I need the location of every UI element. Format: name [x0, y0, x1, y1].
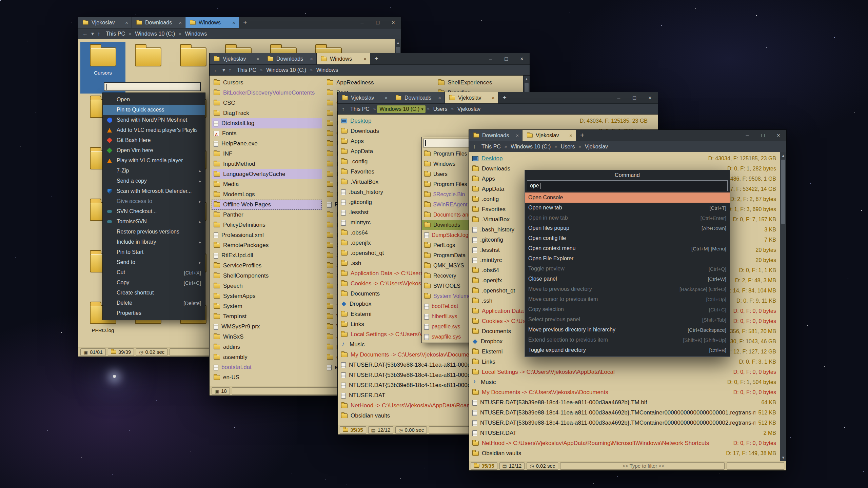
palette-item[interactable]: Toggle preview [Ctrl+Q] — [525, 264, 730, 274]
tab-close-icon[interactable]: × — [363, 56, 367, 62]
breadcrumb-item[interactable]: Windows ▾ — [314, 66, 341, 74]
breadcrumb-item[interactable]: Windows 10 (C:) ▾ — [264, 66, 309, 74]
maximize-button[interactable]: □ — [627, 92, 642, 103]
file-row[interactable]: INF — [212, 149, 322, 159]
file-row[interactable]: NTUSER.DAT{53b39e88-18c4-11ea-a811-000d3… — [470, 398, 780, 408]
back-icon[interactable]: ← — [214, 67, 219, 73]
context-menu-item[interactable]: 7-Zip ▸ — [103, 166, 205, 176]
file-row[interactable]: LanguageOverlayCache — [212, 169, 322, 179]
context-menu-item[interactable]: Copy [Ctrl+C] ▸ — [103, 278, 205, 288]
tab-close-icon[interactable]: × — [438, 95, 441, 101]
rename-input[interactable] — [104, 82, 201, 91]
file-row[interactable]: TempInst — [212, 311, 322, 322]
file-row[interactable]: ShellComponents — [212, 271, 322, 281]
palette-item[interactable]: Open config file — [525, 233, 730, 243]
context-menu-item[interactable]: Send a copy ▸ — [103, 176, 205, 186]
breadcrumb-item[interactable]: Vjekoslav ▾ — [455, 105, 483, 113]
file-row[interactable]: System — [212, 301, 322, 311]
maximize-button[interactable]: □ — [755, 130, 771, 141]
context-menu-item[interactable]: Send to ▸ — [103, 257, 205, 267]
file-row[interactable]: WinSxS — [212, 332, 322, 342]
tab[interactable]: Vjekoslav × — [78, 17, 132, 28]
breadcrumb-item[interactable]: This PC ▾ — [103, 30, 127, 38]
up-icon[interactable]: ↑ — [342, 106, 344, 112]
close-button[interactable]: × — [771, 130, 786, 141]
close-button[interactable]: × — [642, 92, 658, 103]
maximize-button[interactable]: □ — [498, 53, 514, 64]
minimize-button[interactable]: – — [354, 17, 370, 28]
breadcrumb-item[interactable]: Windows ▾ — [183, 30, 210, 38]
palette-item[interactable]: Extend selection to previous item [Shift… — [525, 335, 730, 345]
context-menu-item[interactable]: Open ▸ — [103, 95, 205, 105]
breadcrumb-item[interactable]: Windows 10 (C:) ▾ — [508, 143, 553, 150]
context-menu-item[interactable]: Pin to Start ▸ — [103, 247, 205, 257]
context-menu-item[interactable]: Delete [Delete] ▸ — [103, 298, 205, 308]
context-menu-item[interactable]: Include in library ▸ — [103, 237, 205, 247]
palette-item[interactable]: Toggle expand directory [Ctrl+B] — [525, 345, 730, 355]
context-menu-item[interactable]: Add to VLC media player's Playlist ▸ — [103, 125, 205, 135]
palette-search-input[interactable]: ope — [527, 180, 728, 191]
file-row[interactable]: WMSysPr9.prx — [212, 322, 322, 332]
file-row[interactable]: ShellExperiences — [436, 78, 530, 88]
minimize-button[interactable]: – — [739, 130, 755, 141]
tab-close-icon[interactable]: × — [384, 95, 388, 101]
new-tab-button[interactable]: + — [239, 17, 251, 28]
tab[interactable]: Vjekoslav × — [338, 92, 391, 103]
scroll-up-icon[interactable]: ▲ — [395, 39, 401, 46]
palette-item[interactable]: Open in new tab [Ctrl+Enter] — [525, 213, 730, 223]
file-row[interactable]: bootstat.dat — [212, 362, 322, 372]
new-tab-button[interactable]: + — [498, 92, 511, 103]
breadcrumb-item[interactable]: This PC ▾ — [348, 105, 372, 113]
tab[interactable]: Windows × — [185, 17, 239, 28]
file-row[interactable]: AppReadiness — [325, 78, 435, 88]
tab[interactable]: Vjekoslav × — [445, 92, 498, 103]
new-tab-button[interactable]: + — [576, 130, 588, 141]
context-menu-item[interactable]: Play with VLC media player ▸ — [103, 156, 205, 166]
breadcrumb-item[interactable]: Windows 10 (C:) ▾ — [133, 30, 177, 38]
scroll-down-icon[interactable]: ▼ — [780, 454, 786, 461]
file-row[interactable]: My Documents -> C:\Users\Vjekoslav\Docum… — [470, 387, 780, 398]
palette-item[interactable]: Open files popup [Alt+Down] — [525, 223, 730, 233]
minimize-button[interactable]: – — [483, 53, 498, 64]
scroll-up-icon[interactable]: ▲ — [524, 76, 530, 82]
file-row[interactable]: en-US — [212, 372, 322, 383]
file-row[interactable]: RemotePackages — [212, 240, 322, 250]
file-row[interactable]: CSC — [212, 98, 322, 108]
file-row[interactable]: Media — [212, 179, 322, 189]
file-row[interactable]: Links D: 0, F: 3, 1 KB — [470, 357, 780, 367]
back-icon[interactable]: ← — [82, 31, 88, 37]
palette-item[interactable]: Open File Explorer — [525, 253, 730, 264]
scrollbar-thumb[interactable] — [781, 160, 785, 224]
file-row[interactable]: Offline Web Pages — [212, 200, 322, 210]
palette-item[interactable]: Open Console — [525, 192, 730, 203]
history-icon[interactable]: ▾ — [222, 67, 225, 73]
tab[interactable]: Vjekoslav × — [210, 53, 263, 64]
file-row[interactable]: Desktop D: 43034, F: 125185, 23 GB — [338, 116, 651, 126]
file-row[interactable]: InputMethod — [212, 159, 322, 169]
file-row[interactable]: NTUSER.DAT{53b39e88-18c4-11ea-a811-000d3… — [470, 418, 780, 428]
tab[interactable]: Downloads × — [132, 17, 185, 28]
tab[interactable]: Downloads × — [469, 130, 522, 141]
file-row[interactable]: Local Settings -> C:\Users\Vjekoslav\App… — [470, 367, 780, 377]
file-row[interactable]: ServiceProfiles — [212, 261, 322, 271]
tab-close-icon[interactable]: × — [492, 95, 495, 101]
palette-item[interactable]: Move to previous directory [Backspace] [… — [525, 284, 730, 294]
up-icon[interactable]: ↑ — [229, 67, 231, 73]
tab-close-icon[interactable]: × — [569, 133, 572, 138]
file-row[interactable]: Music D: 0, F: 1, 504 bytes — [470, 377, 780, 387]
file-row[interactable]: Cursors — [212, 78, 322, 88]
file-row[interactable]: Fonts — [212, 128, 322, 139]
breadcrumb-item[interactable]: Vjekoslav ▾ — [583, 143, 610, 150]
context-menu-item[interactable]: Git Bash Here ▸ — [103, 135, 205, 145]
context-menu-item[interactable]: Send with NordVPN Meshnet ▸ — [103, 115, 205, 125]
file-row[interactable]: assembly — [212, 352, 322, 362]
palette-item[interactable]: Move cursor to previous item [Ctrl+Up] — [525, 294, 730, 304]
file-row[interactable]: HelpPane.exe — [212, 139, 322, 149]
file-row[interactable]: NTUSER.DAT 2 MB — [470, 428, 780, 438]
file-row[interactable]: Professional.xml — [212, 230, 322, 240]
breadcrumb-item[interactable]: Users ▾ — [431, 105, 450, 113]
tab[interactable]: Downloads × — [263, 53, 317, 64]
breadcrumb-item[interactable]: This PC ▾ — [235, 66, 259, 74]
palette-item[interactable]: Open context menu [Ctrl+M] [Menu] — [525, 243, 730, 253]
tab[interactable]: Downloads × — [391, 92, 445, 103]
